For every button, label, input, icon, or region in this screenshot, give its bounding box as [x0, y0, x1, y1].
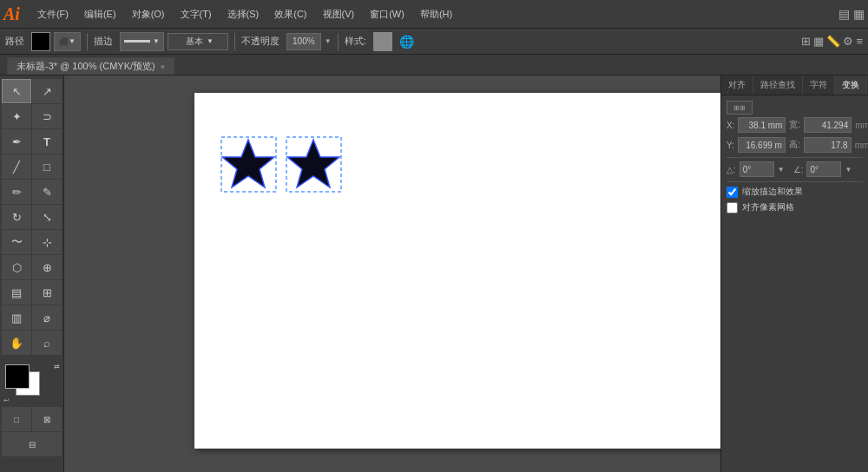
tab-close-button[interactable]: ×: [161, 62, 165, 71]
height-input[interactable]: [804, 137, 852, 153]
stroke-basic-label: 基本: [182, 36, 207, 48]
align-checkbox[interactable]: [727, 202, 738, 213]
column-graph-tool[interactable]: ▤: [2, 280, 31, 305]
menu-select[interactable]: 选择(S): [220, 4, 266, 24]
tool-row-9: ▤ ⊞: [2, 280, 62, 305]
x-row: X: 宽: mm: [727, 117, 863, 133]
opacity-input[interactable]: [286, 33, 321, 50]
text-tool[interactable]: T: [32, 129, 62, 154]
screen-mode-btn[interactable]: ⊟: [2, 432, 62, 456]
arrange-toolbar-icon[interactable]: ⊞: [801, 35, 811, 48]
ruler-icon[interactable]: 📏: [826, 35, 840, 48]
style-swatch[interactable]: [373, 32, 392, 51]
height-label: 高:: [789, 139, 800, 151]
stroke-mode-label: 描边: [94, 35, 113, 48]
tool-row-8: ⬡ ⊕: [2, 255, 62, 279]
menu-object[interactable]: 对象(O): [125, 4, 172, 24]
zoom-tool[interactable]: ⌕: [32, 331, 62, 355]
width-label: 宽:: [789, 119, 800, 131]
star-group: [220, 136, 342, 193]
arrange-icon[interactable]: ▤: [838, 7, 850, 21]
reset-colors-icon[interactable]: ↩: [3, 397, 10, 404]
menu-edit[interactable]: 编辑(E): [77, 4, 123, 24]
select-tool[interactable]: ↖: [2, 79, 31, 103]
tool-row-6: ↻ ⤡: [2, 205, 62, 229]
stroke-color-swatch[interactable]: [31, 32, 50, 51]
tool-row-4: ╱ □: [2, 154, 62, 179]
chevron-down-icon-4: ▼: [325, 37, 332, 45]
align-checkbox-row: 对齐像素网格: [727, 201, 863, 213]
star-1[interactable]: [220, 136, 277, 193]
menu-type[interactable]: 文字(T): [174, 4, 219, 24]
pen-tool[interactable]: ✒: [2, 129, 31, 154]
app-logo: Ai: [3, 5, 20, 23]
tool-row-7: 〜 ⊹: [2, 230, 62, 254]
panel-tab-char[interactable]: 字符: [803, 75, 835, 95]
chevron-down-icon-2: ▼: [153, 37, 160, 45]
tool-row-3: ✒ T: [2, 129, 62, 154]
path-label: 路径: [5, 35, 24, 48]
menu-file[interactable]: 文件(F): [30, 4, 76, 24]
symbol-sprayer-tool[interactable]: ⊕: [32, 255, 62, 279]
angle1-dropdown-icon[interactable]: ▼: [778, 166, 785, 174]
settings-icon[interactable]: ⚙: [843, 35, 853, 48]
eyedropper-tool[interactable]: ⌀: [32, 305, 62, 330]
angle2-input[interactable]: [806, 161, 841, 177]
svg-marker-1: [222, 140, 274, 187]
pencil-tool[interactable]: ✎: [32, 180, 62, 204]
stroke-mode-dropdown[interactable]: ▼: [120, 32, 164, 51]
free-transform-tool[interactable]: ⊹: [32, 230, 62, 254]
warp-tool[interactable]: 〜: [2, 230, 31, 254]
menu-window[interactable]: 窗口(W): [363, 4, 411, 24]
angle1-input[interactable]: [740, 161, 774, 177]
scale-checkbox[interactable]: [727, 187, 738, 198]
panel-tab-align[interactable]: 对齐: [721, 75, 753, 95]
swap-colors-icon[interactable]: ⇄: [54, 363, 60, 370]
workspace-icon[interactable]: ▦: [853, 7, 865, 21]
gradient-tool[interactable]: ▥: [2, 305, 31, 330]
menu-items: 文件(F) 编辑(E) 对象(O) 文字(T) 选择(S) 效果(C) 视图(V…: [30, 4, 459, 24]
paintbrush-tool[interactable]: ✏: [2, 180, 31, 204]
mode-row: □ ⊠: [2, 407, 62, 431]
stroke-style-toggle[interactable]: ⬛ ▼: [54, 32, 81, 51]
screen-mode-row: ⊟: [2, 432, 62, 456]
star-2[interactable]: [286, 136, 342, 193]
menu-bar: Ai 文件(F) 编辑(E) 对象(O) 文字(T) 选择(S) 效果(C) 视…: [0, 0, 868, 29]
x-input[interactable]: [738, 117, 786, 133]
normal-mode-btn[interactable]: □: [2, 407, 31, 431]
menu-view[interactable]: 视图(V): [316, 4, 362, 24]
magic-wand-tool[interactable]: ✦: [2, 104, 31, 128]
mesh-tool[interactable]: ⊞: [32, 280, 62, 305]
scale-tool[interactable]: ⤡: [32, 205, 62, 229]
line-tool[interactable]: ╱: [2, 154, 31, 179]
color-swatch-area: ↩ ⇄: [2, 361, 62, 404]
rotate-tool[interactable]: ↻: [2, 205, 31, 229]
panel-tab-transform[interactable]: 变换: [835, 75, 867, 95]
angle2-dropdown-icon[interactable]: ▼: [845, 166, 852, 174]
more-icon[interactable]: ≡: [856, 35, 863, 48]
globe-icon[interactable]: 🌐: [399, 35, 414, 49]
direct-select-tool[interactable]: ↗: [32, 79, 62, 103]
menu-help[interactable]: 帮助(H): [413, 4, 459, 24]
menu-effect[interactable]: 效果(C): [267, 4, 313, 24]
toolbox: ↖ ↗ ✦ ⊃ ✒ T ╱ □ ✏ ✎ ↻ ⤡ 〜 ⊹ ⬡ ⊕: [0, 75, 64, 472]
star-1-svg: [220, 136, 277, 193]
tab-bar: 未标题-3* @ 100% (CMYK/预览) ×: [0, 55, 868, 75]
document-tab[interactable]: 未标题-3* @ 100% (CMYK/预览) ×: [7, 57, 174, 75]
lasso-tool[interactable]: ⊃: [32, 104, 62, 128]
chevron-down-icon: ▼: [69, 37, 76, 45]
blend-tool[interactable]: ⬡: [2, 255, 31, 279]
width-unit: mm: [855, 121, 868, 130]
height-unit: mm: [855, 141, 868, 150]
canvas-area[interactable]: [64, 75, 720, 472]
tab-title: 未标题-3* @ 100% (CMYK/预览): [16, 60, 155, 73]
panel-tab-pathfinder[interactable]: 路径查找: [753, 75, 803, 95]
outline-mode-btn[interactable]: ⊠: [32, 407, 62, 431]
grid-icon[interactable]: ▦: [813, 35, 824, 48]
foreground-color-swatch[interactable]: [5, 364, 30, 389]
rect-tool[interactable]: □: [32, 154, 62, 179]
width-input[interactable]: [804, 117, 852, 133]
hand-tool[interactable]: ✋: [2, 331, 31, 355]
y-input[interactable]: [738, 137, 786, 153]
svg-marker-3: [287, 140, 339, 187]
